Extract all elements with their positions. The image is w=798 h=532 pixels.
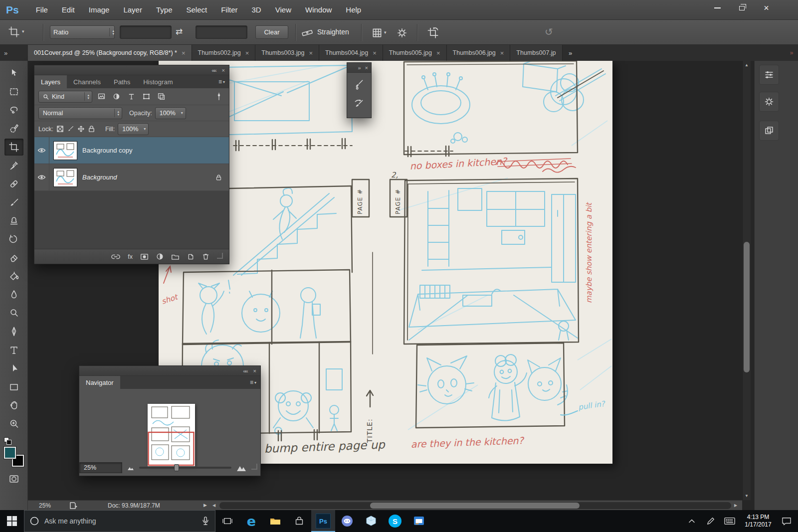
- document-tab-active[interactable]: 001Cover.psd @ 25% (Background copy, RGB…: [28, 45, 192, 61]
- link-layers-icon[interactable]: [111, 253, 120, 260]
- panel-resize-grip[interactable]: [251, 464, 257, 470]
- eyedropper-tool[interactable]: [4, 157, 23, 174]
- rotate-crop-box-icon[interactable]: [426, 26, 439, 39]
- microphone-icon[interactable]: [201, 516, 210, 526]
- mixer-brush-icon[interactable]: [351, 77, 368, 92]
- quick-selection-tool[interactable]: [4, 120, 23, 137]
- menu-type[interactable]: Type: [149, 0, 180, 19]
- tab-paths[interactable]: Paths: [107, 75, 137, 88]
- crop-height-input[interactable]: [196, 25, 247, 39]
- menu-image[interactable]: Image: [82, 0, 117, 19]
- minimize-button[interactable]: [706, 1, 729, 14]
- scroll-up-icon[interactable]: ▲: [745, 63, 749, 67]
- filter-pixel-layers-icon[interactable]: [95, 91, 107, 102]
- quick-mask-icon[interactable]: [4, 471, 23, 488]
- filter-smart-objects-icon[interactable]: [155, 91, 167, 102]
- zoom-out-mountains-icon[interactable]: [127, 465, 134, 471]
- vertical-scrollbar[interactable]: ▲ ▼: [742, 61, 751, 500]
- menu-edit[interactable]: Edit: [55, 0, 82, 19]
- filter-kind-select[interactable]: Kind ▴▾: [38, 91, 92, 103]
- navigator-zoom-input[interactable]: 25%: [79, 462, 122, 473]
- crop-tool-preset-icon[interactable]: [8, 26, 20, 38]
- vertical-scrollbar-thumb[interactable]: [744, 242, 750, 372]
- brush-panel-icon[interactable]: [759, 65, 779, 85]
- horizontal-scrollbar[interactable]: [219, 502, 731, 509]
- clear-button[interactable]: Clear: [255, 25, 288, 39]
- touch-keyboard-icon[interactable]: [721, 510, 738, 532]
- document-tab[interactable]: Thumbs006.jpg ×: [447, 45, 511, 61]
- filter-adjustment-layers-icon[interactable]: [110, 91, 122, 102]
- hscroll-right-icon[interactable]: ▶: [734, 503, 737, 508]
- tab-close-icon[interactable]: ×: [436, 49, 440, 57]
- tab-close-icon[interactable]: ×: [500, 49, 504, 57]
- layer-row-background[interactable]: Background: [34, 164, 229, 191]
- add-layer-mask-icon[interactable]: [140, 253, 149, 260]
- panel-menu-icon[interactable]: ≡▾: [218, 75, 229, 88]
- paint-bucket-tool[interactable]: [4, 268, 23, 285]
- lock-position-icon[interactable]: [77, 125, 85, 133]
- default-colors-icon[interactable]: [4, 436, 13, 444]
- preset-dropdown-arrow[interactable]: ▾: [22, 29, 24, 34]
- document-tab[interactable]: Thumbs003.jpg ×: [255, 45, 319, 61]
- mini-panel-expand-icon[interactable]: »: [358, 65, 361, 71]
- menu-window[interactable]: Window: [298, 0, 339, 19]
- styles-panel-icon[interactable]: [759, 92, 779, 112]
- crop-width-input[interactable]: [120, 25, 172, 39]
- menu-view[interactable]: View: [268, 0, 298, 19]
- tab-close-icon[interactable]: ×: [309, 49, 313, 57]
- close-button[interactable]: ×: [755, 1, 778, 14]
- task-view-button[interactable]: [215, 510, 239, 532]
- move-tool[interactable]: [4, 65, 23, 82]
- rectangular-marquee-tool[interactable]: [4, 83, 23, 100]
- tab-navigator[interactable]: Navigator: [79, 376, 120, 389]
- lasso-tool[interactable]: [4, 102, 23, 119]
- filter-type-layers-icon[interactable]: [125, 91, 137, 102]
- blur-tool[interactable]: [4, 286, 23, 303]
- straighten-label[interactable]: Straighten: [317, 28, 349, 36]
- dodge-tool[interactable]: [4, 305, 23, 322]
- status-expand-icon[interactable]: ▶: [203, 503, 207, 508]
- menu-filter[interactable]: Filter: [214, 0, 244, 19]
- tab-overflow-chevron[interactable]: »: [563, 45, 579, 61]
- clone-source-panel-icon[interactable]: [759, 121, 779, 141]
- spot-healing-brush-tool[interactable]: [4, 176, 23, 192]
- layer-styles-fx-icon[interactable]: fx: [128, 253, 133, 260]
- taskbar-icon-discord[interactable]: [335, 510, 359, 532]
- layer-thumbnail[interactable]: [53, 168, 77, 187]
- panel-close-icon[interactable]: ×: [253, 368, 256, 374]
- dock-expand-chevron[interactable]: »: [785, 45, 798, 61]
- crop-settings-gear-icon[interactable]: [396, 27, 408, 39]
- layer-visibility-toggle[interactable]: [34, 164, 49, 190]
- hand-tool[interactable]: [4, 397, 23, 414]
- clone-stamp-tool[interactable]: [4, 212, 23, 229]
- tab-close-icon[interactable]: ×: [182, 49, 186, 57]
- opacity-select[interactable]: 100% ▾: [155, 107, 186, 119]
- panel-close-icon[interactable]: ×: [222, 67, 225, 73]
- document-tab[interactable]: Thumbs002.jpg ×: [192, 45, 256, 61]
- path-selection-tool[interactable]: [4, 360, 23, 377]
- history-brush-tool[interactable]: [4, 231, 23, 248]
- new-layer-icon[interactable]: [187, 253, 195, 260]
- taskbar-icon-skype[interactable]: S: [383, 510, 407, 532]
- taskbar-icon-file-explorer[interactable]: [263, 510, 287, 532]
- hscroll-left-icon[interactable]: ◀: [212, 503, 215, 508]
- crop-ratio-select[interactable]: Ratio ▴▾: [50, 25, 115, 39]
- lock-all-icon[interactable]: [88, 125, 95, 133]
- menu-help[interactable]: Help: [339, 0, 368, 19]
- filter-shape-layers-icon[interactable]: [140, 91, 152, 102]
- delete-layer-icon[interactable]: [202, 253, 209, 260]
- overlay-dropdown-arrow[interactable]: ▾: [384, 30, 387, 35]
- blend-mode-select[interactable]: Normal ▴▾: [38, 107, 122, 119]
- swap-dimensions-icon[interactable]: ⇄: [176, 26, 183, 37]
- mini-panel-close-icon[interactable]: ×: [365, 65, 368, 71]
- type-tool[interactable]: [4, 342, 23, 358]
- menu-3d[interactable]: 3D: [245, 0, 268, 19]
- menu-select[interactable]: Select: [179, 0, 214, 19]
- new-group-icon[interactable]: [171, 253, 180, 260]
- horizontal-scrollbar-thumb[interactable]: [370, 503, 580, 509]
- status-flyout-icon[interactable]: [69, 501, 78, 510]
- zoom-in-mountains-icon[interactable]: [236, 464, 246, 472]
- document-tab[interactable]: Thumbs005.jpg ×: [383, 45, 447, 61]
- pen-settings-icon[interactable]: [702, 510, 719, 532]
- zoom-tool[interactable]: [4, 415, 23, 432]
